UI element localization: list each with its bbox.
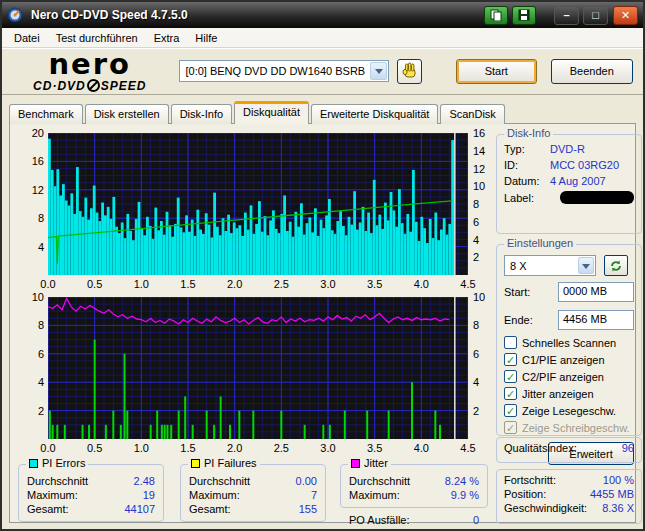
tab-benchmark[interactable]: Benchmark: [9, 104, 83, 124]
checkbox-label: Schnelles Scannen: [522, 337, 616, 349]
checkbox-box[interactable]: ✓: [504, 370, 517, 383]
jitter-chart-x-axis-tick: 0.0: [33, 442, 63, 454]
progress-label: Geschwindigkeit:: [504, 502, 587, 514]
stats-row: Maximum:7: [181, 488, 325, 502]
quality-index-box: Qualitätsindex:96: [496, 437, 642, 463]
jitter-chart-x-axis-tick: 4.0: [406, 442, 436, 454]
hand-icon: [401, 62, 419, 80]
drive-select-value: [0:0] BENQ DVD DD DW1640 BSRB: [180, 65, 370, 77]
checkbox-c2-pif-anzeigen[interactable]: ✓C2/PIF anzeigen: [497, 368, 641, 385]
refresh-button[interactable]: [604, 255, 628, 276]
eject-tray-button[interactable]: [397, 59, 422, 84]
progress-row: Fortschritt:100 %: [497, 473, 641, 487]
menu-item-extra[interactable]: Extra: [146, 29, 188, 47]
disk-info-label: Datum:: [504, 175, 550, 187]
checkbox-box[interactable]: ✓: [504, 387, 517, 400]
pi-errors-chart-plot: [48, 133, 468, 275]
stats-label: Maximum:: [349, 489, 400, 501]
app-icon: [7, 7, 23, 23]
pi-errors-chart-x-axis-tick: 4.5: [453, 278, 483, 290]
start-field-label: Start:: [504, 286, 530, 298]
stats-row: Maximum:9.9 %: [341, 488, 487, 502]
checkbox-box[interactable]: ✓: [504, 421, 517, 434]
titlebar[interactable]: Nero CD-DVD Speed 4.7.5.0 – □ ✕: [2, 2, 643, 28]
ende-field-label: Ende:: [504, 314, 533, 326]
speed-select-value: 8 X: [505, 260, 578, 272]
chevron-down-icon[interactable]: [370, 62, 387, 80]
stats-row: Gesamt:44107: [19, 502, 163, 516]
disk-info-value: 4 Aug 2007: [550, 175, 606, 187]
pi-errors-chart-left-axis-tick: 12: [16, 184, 44, 196]
progress-value: 100 %: [603, 474, 634, 486]
save-button[interactable]: [512, 6, 536, 25]
jitter-chart-left-axis-tick: 2: [16, 405, 44, 417]
jitter-chart-left-axis-tick: 8: [16, 319, 44, 331]
close-button[interactable]: ✕: [613, 6, 638, 25]
stats-box-title-text: PI Errors: [42, 457, 85, 469]
disk-info-row: Label:: [497, 189, 641, 206]
toolbar: nero CD·DVD SPEED [0:0] BENQ DVD DD DW16…: [2, 48, 643, 95]
stats-label: Maximum:: [189, 489, 240, 501]
po-failures-row: PO Ausfälle:0: [340, 512, 488, 528]
nero-logo: nero CD·DVD SPEED: [12, 50, 167, 92]
start-field[interactable]: 0000 MB: [558, 282, 634, 302]
tab-scandisk[interactable]: ScanDisk: [440, 104, 504, 124]
pi-errors-chart-left-axis-tick: 20: [16, 127, 44, 139]
tab-disk-info[interactable]: Disk-Info: [171, 104, 232, 124]
copy-to-clipboard-button[interactable]: [484, 6, 508, 25]
stats-row: Maximum:19: [19, 488, 163, 502]
stats-value: 9.9 %: [451, 489, 479, 501]
checkbox-c1-pie-anzeigen[interactable]: ✓C1/PIE anzeigen: [497, 351, 641, 368]
tab-disk-erstellen[interactable]: Disk erstellen: [85, 104, 169, 124]
menu-item-datei[interactable]: Datei: [6, 29, 48, 47]
menu-item-hilfe[interactable]: Hilfe: [187, 29, 225, 47]
stats-label: Gesamt:: [189, 503, 231, 515]
jitter-chart-x-axis-tick: 1.5: [173, 442, 203, 454]
quit-button[interactable]: Beenden: [551, 59, 633, 84]
checkbox-schnelles-scannen[interactable]: Schnelles Scannen: [497, 334, 641, 351]
jitter-chart-x-axis-tick: 2.5: [266, 442, 296, 454]
progress-label: Position:: [504, 488, 546, 500]
ende-field[interactable]: 4456 MB: [558, 310, 634, 330]
pi-errors-chart-x-axis-tick: 1.0: [126, 278, 156, 290]
disc-quality-page: 481216202468101214160.00.51.01.52.02.53.…: [9, 123, 636, 523]
tab-diskqualität[interactable]: Diskqualität: [234, 101, 309, 124]
disk-info-label: ID:: [504, 159, 550, 171]
stats-box-title-text: PI Failures: [204, 457, 257, 469]
jitter-chart-x-axis-tick: 1.0: [126, 442, 156, 454]
jitter-chart-plot: [48, 297, 468, 439]
disk-info-label: Typ:: [504, 143, 550, 155]
jitter-chart-left-axis-tick: 6: [16, 348, 44, 360]
stats-value: 2.48: [134, 475, 155, 487]
progress-value: 8.36 X: [602, 502, 634, 514]
checkbox-zeige-schreibgeschw-[interactable]: ✓Zeige Schreibgeschw.: [497, 419, 641, 436]
save-icon: [518, 9, 530, 21]
minimize-button[interactable]: –: [554, 6, 579, 25]
jitter-chart-left-axis-tick: 10: [16, 291, 44, 303]
stats-box-pi-errors: PI ErrorsDurchschnitt2.48Maximum:19Gesam…: [18, 464, 164, 522]
start-button[interactable]: Start: [456, 59, 537, 84]
stats-box-jitter: JitterDurchschnitt8.24 %Maximum:9.9 %: [340, 464, 488, 508]
checkbox-zeige-lesegeschw-[interactable]: ✓Zeige Lesegeschw.: [497, 402, 641, 419]
progress-box: Fortschritt:100 %Position:4455 MBGeschwi…: [496, 469, 642, 524]
checkbox-box[interactable]: [504, 336, 517, 349]
stats-box-pi-failures: PI FailuresDurchschnitt0.00Maximum:7Gesa…: [180, 464, 326, 522]
chevron-down-icon[interactable]: [578, 257, 594, 274]
redacted-label-value: [560, 191, 634, 204]
settings-title: Einstellungen: [504, 237, 576, 249]
checkbox-label: C1/PIE anzeigen: [522, 354, 605, 366]
pi-errors-chart-x-axis-tick: 2.5: [266, 278, 296, 290]
stats-value: 155: [299, 503, 317, 515]
settings-group: Einstellungen8 XStart:0000 MBEnde:4456 M…: [496, 244, 642, 436]
maximize-button[interactable]: □: [583, 6, 608, 25]
checkbox-jitter-anzeigen[interactable]: ✓Jitter anzeigen: [497, 385, 641, 402]
speed-select[interactable]: 8 X: [504, 255, 596, 276]
checkbox-box[interactable]: ✓: [504, 353, 517, 366]
stats-label: Durchschnitt: [349, 475, 410, 487]
jitter-chart-x-axis-tick: 3.5: [360, 442, 390, 454]
tab-erweiterte-diskqualität[interactable]: Erweiterte Diskqualität: [311, 104, 438, 124]
drive-select[interactable]: [0:0] BENQ DVD DD DW1640 BSRB: [179, 60, 389, 82]
checkbox-box[interactable]: ✓: [504, 404, 517, 417]
pi-errors-chart-x-axis-tick: 1.5: [173, 278, 203, 290]
menu-item-test-durchführen[interactable]: Test durchführen: [48, 29, 146, 47]
